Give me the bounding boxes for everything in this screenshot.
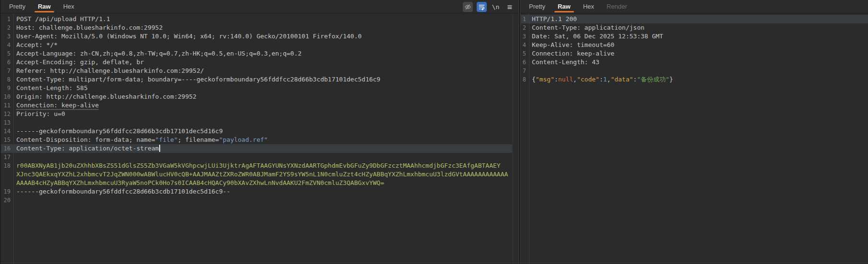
line-number: 4	[521, 41, 529, 49]
line-text: Content-Length: 43	[532, 58, 599, 66]
tab-hex[interactable]: Hex	[577, 0, 600, 13]
text-caret	[159, 145, 160, 152]
line-number: 11	[1, 101, 13, 110]
line-text: User-Agent: Mozilla/5.0 (Windows NT 10.0…	[16, 33, 362, 40]
tab-pretty[interactable]: Pretty	[523, 0, 551, 13]
newline-glyph: \n	[492, 3, 500, 11]
line-text: AAAAB4cHZyABBqYXZhLmxhbmcuU3RyaW5noPCk0H…	[16, 179, 384, 186]
line-text: Referer: http://challenge.bluesharkinfo.…	[16, 67, 204, 74]
line-text: HTTP/1.1 200	[532, 15, 577, 23]
tab-raw[interactable]: Raw	[551, 0, 577, 13]
request-tabs: PrettyRawHex	[1, 0, 81, 13]
editor-line-17[interactable]: 17	[1, 153, 512, 161]
editor-line-14[interactable]: 14------geckoformboundary56fddfcc28d66b3…	[1, 127, 512, 136]
line-number: 7	[1, 67, 13, 75]
word-wrap-icon[interactable]	[477, 2, 487, 12]
menu-icon[interactable]: ≡	[504, 2, 515, 12]
editor-line-7: 7	[521, 67, 868, 75]
line-number: 10	[1, 92, 13, 101]
editor-line-4: 4Keep-Alive: timeout=60	[521, 41, 868, 49]
line-text: Accept-Language: zh-CN,zh;q=0.8,zh-TW;q=…	[16, 50, 302, 57]
http-message-viewer: PrettyRawHex	[0, 0, 868, 264]
line-text: r00ABXNyAB1jb20uZXhhbXBsZS51dGlsZS5Zb3VG…	[16, 162, 501, 169]
line-text: Content-Length: 585	[16, 84, 88, 92]
response-tabs: PrettyRawHexRender	[521, 0, 633, 13]
request-panel: PrettyRawHex	[1, 0, 519, 264]
bottom-divider	[1, 263, 868, 263]
editor-line-13[interactable]: 13	[1, 118, 512, 127]
line-number: 3	[521, 32, 529, 41]
tab-raw[interactable]: Raw	[32, 0, 57, 13]
editor-line-8: 8{"msg":null,"code":1,"data":"备份成功"}	[521, 75, 868, 84]
editor-line-3[interactable]: 3User-Agent: Mozilla/5.0 (Windows NT 10.…	[1, 32, 512, 41]
response-panel: PrettyRawHexRender 1HTTP/1.1 2002Content…	[521, 0, 868, 264]
line-number: 4	[1, 41, 13, 49]
line-number: 2	[1, 23, 13, 32]
line-text: Content-Disposition: form-data; name="fi…	[16, 136, 268, 143]
line-number: 6	[1, 58, 13, 67]
line-text: Content-Type: multipart/form-data; bound…	[16, 76, 380, 83]
line-text: Host: challenge.bluesharkinfo.com:29952	[16, 24, 163, 31]
line-number: 19	[1, 187, 13, 196]
editor-line-3: 3Date: Sat, 06 Dec 2025 12:53:38 GMT	[521, 32, 868, 41]
tab-pretty[interactable]: Pretty	[3, 0, 32, 13]
editor-line-18[interactable]: 18r00ABXNyAB1jb20uZXhhbXBsZS51dGlsZS5Zb3…	[1, 161, 512, 170]
editor-line-5[interactable]: 5Accept-Language: zh-CN,zh;q=0.8,zh-TW;q…	[1, 49, 512, 58]
tab-hex[interactable]: Hex	[57, 0, 81, 13]
editor-line-wrap[interactable]: XJnc3QAEkxqYXZhL2xhbmcvT2JqZWN000wABWluc…	[1, 170, 512, 179]
line-number: 15	[1, 136, 13, 144]
editor-line-2[interactable]: 2Host: challenge.bluesharkinfo.com:29952	[1, 23, 512, 32]
line-text: Content-Type: application/json	[532, 24, 645, 31]
line-number: 5	[521, 49, 529, 58]
editor-line-16[interactable]: 16Content-Type: application/octet-stream	[1, 144, 512, 153]
editor-line-wrap[interactable]: AAAAB4cHZyABBqYXZhLmxhbmcuU3RyaW5noPCk0H…	[1, 179, 512, 187]
line-text: Accept-Encoding: gzip, deflate, br	[16, 58, 144, 66]
line-text: POST /api/upload HTTP/1.1	[16, 15, 110, 23]
editor-line-15[interactable]: 15Content-Disposition: form-data; name="…	[1, 136, 512, 144]
line-text: Origin: http://challenge.bluesharkinfo.c…	[16, 93, 197, 100]
line-text: Priority: u=0	[16, 110, 65, 117]
request-scrollbar[interactable]	[513, 13, 518, 264]
line-text: Keep-Alive: timeout=60	[532, 41, 614, 48]
line-number: 13	[1, 118, 13, 127]
response-editor[interactable]: 1HTTP/1.1 2002Content-Type: application/…	[521, 13, 868, 264]
editor-line-8[interactable]: 8Content-Type: multipart/form-data; boun…	[1, 75, 512, 84]
line-number: 14	[1, 127, 13, 136]
editor-line-6: 6Content-Length: 43	[521, 58, 868, 67]
line-number: 2	[521, 23, 529, 32]
line-text: Date: Sat, 06 Dec 2025 12:53:38 GMT	[532, 33, 663, 40]
response-lines: 1HTTP/1.1 2002Content-Type: application/…	[521, 15, 868, 84]
editor-line-10[interactable]: 10Origin: http://challenge.bluesharkinfo…	[1, 92, 512, 101]
editor-line-6[interactable]: 6Accept-Encoding: gzip, deflate, br	[1, 58, 512, 67]
line-text: XJnc3QAEkxqYXZhL2xhbmcvT2JqZWN000wABWluc…	[16, 171, 508, 178]
line-number: 16	[1, 144, 13, 153]
line-number: 9	[1, 84, 13, 92]
line-text: ------geckoformboundary56fddfcc28d66b3cd…	[16, 188, 230, 195]
editor-line-11[interactable]: 11Connection: keep-alive	[1, 101, 512, 110]
request-editor[interactable]: 1POST /api/upload HTTP/1.12Host: challen…	[1, 13, 518, 264]
newline-toggle-icon[interactable]: \n	[491, 2, 501, 12]
line-text: ------geckoformboundary56fddfcc28d66b3cd…	[16, 127, 223, 135]
editor-line-7[interactable]: 7Referer: http://challenge.bluesharkinfo…	[1, 67, 512, 75]
menu-glyph: ≡	[507, 2, 512, 11]
line-number: 1	[1, 15, 13, 23]
line-number: 5	[1, 49, 13, 58]
editor-line-19[interactable]: 19------geckoformboundary56fddfcc28d66b3…	[1, 187, 512, 196]
line-text: Accept: */*	[16, 41, 58, 48]
line-number: 6	[521, 58, 529, 67]
editor-line-1[interactable]: 1POST /api/upload HTTP/1.1	[1, 15, 512, 23]
editor-line-1: 1HTTP/1.1 200	[521, 15, 868, 23]
request-tabbar: PrettyRawHex	[1, 0, 518, 13]
line-number: 3	[1, 32, 13, 41]
editor-line-12[interactable]: 12Priority: u=0	[1, 110, 512, 118]
eye-slash-icon[interactable]	[463, 2, 473, 12]
line-text: Connection: keep-alive	[16, 102, 99, 109]
editor-line-4[interactable]: 4Accept: */*	[1, 41, 512, 49]
tab-render: Render	[600, 0, 633, 13]
line-text: Content-Type: application/octet-stream	[16, 145, 160, 152]
editor-line-20[interactable]: 20	[1, 196, 512, 205]
line-number: 1	[521, 15, 529, 23]
request-toolbar: \n ≡	[463, 0, 515, 13]
editor-line-9[interactable]: 9Content-Length: 585	[1, 84, 512, 92]
response-tabbar: PrettyRawHexRender	[521, 0, 868, 13]
